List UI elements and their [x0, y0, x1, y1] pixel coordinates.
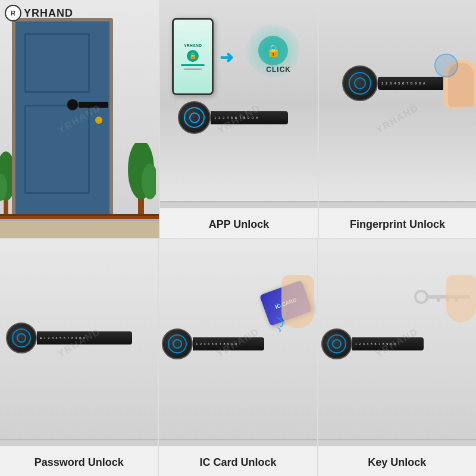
main-container: R YRHAND [0, 0, 476, 476]
app-handle-bar: 1 2 3 4 5 6 7 8 9 0 # [211, 111, 288, 124]
app-unlock-label: APP Unlock [160, 211, 318, 238]
fp-handle-keys: 1 2 3 4 5 6 7 8 9 0 # [381, 82, 425, 85]
pw-handle-keys: ● 1 2 3 4 5 6 7 8 9 0 # [40, 336, 86, 340]
fingerprint-unlock-panel: 1 2 3 4 5 6 7 8 9 0 # YRHAND Fingerprint… [318, 0, 476, 238]
pw-scene: ● 1 2 3 4 5 6 7 8 9 0 # YRHAND [0, 239, 158, 446]
app-lock-handle: 1 2 3 4 5 6 7 8 9 0 # [178, 101, 288, 134]
key-lock-handle: 1 2 3 4 5 6 7 8 9 0 # [321, 328, 424, 359]
ic-lock-handle: 1 2 3 4 5 6 7 8 9 0 # [162, 328, 264, 359]
password-unlock-label: Password Unlock [0, 449, 158, 476]
phone-lock-icon: 🔒 [187, 50, 199, 62]
fp-inner-app [189, 112, 200, 123]
fp-skirting [319, 201, 476, 208]
lock-glow-inner: 🔒 [258, 36, 288, 65]
app-handle-keys: 1 2 3 4 5 6 7 8 9 0 # [214, 116, 258, 120]
pw-lock-handle: ● 1 2 3 4 5 6 7 8 9 0 # [6, 322, 132, 353]
door-frame [12, 18, 113, 220]
door-panel-top [24, 33, 90, 93]
door-background: R YRHAND [0, 0, 159, 238]
phone-device: YRHAND 🔒 [172, 18, 214, 95]
bottom-row: ● 1 2 3 4 5 6 7 8 9 0 # YRHAND Password … [0, 238, 476, 476]
ic-scene: 1 2 3 4 5 6 7 8 9 0 # IC CARD [159, 239, 317, 446]
fingerprint-unlock-label: Fingerprint Unlock [319, 211, 476, 238]
app-unlock-panel: YRHAND 🔒 ➜ 🔒 CLICK [159, 0, 318, 238]
plant-right-icon [126, 143, 156, 220]
key-scene: 1 2 3 4 5 6 7 8 9 0 # YRHAND [318, 239, 476, 446]
click-label: CLICK [266, 65, 291, 74]
door-panel-bottom [24, 105, 90, 194]
hand-holding-card [281, 275, 314, 328]
phone-screen: YRHAND 🔒 [174, 20, 212, 93]
hand-holding-key [446, 275, 476, 322]
arrow-right-icon: ➜ [220, 48, 233, 67]
brand-name: YRHAND [24, 7, 73, 20]
key-handle-keys: 1 2 3 4 5 6 7 8 9 0 # [355, 342, 397, 346]
logo-icon: R [5, 5, 21, 21]
fp-ring-app [184, 107, 205, 128]
app-lock-circle [178, 101, 211, 134]
ic-handle-keys: 1 2 3 4 5 6 7 8 9 0 # [196, 342, 237, 346]
key-unlock-label: Key Unlock [318, 449, 476, 476]
ic-card-unlock-panel: 1 2 3 4 5 6 7 8 9 0 # IC CARD [159, 239, 318, 476]
fp-lock-circle [342, 65, 378, 101]
door-knob [95, 117, 102, 124]
top-row: R YRHAND [0, 0, 476, 238]
brand-logo-area: R YRHAND [5, 5, 73, 21]
key-unlock-panel: 1 2 3 4 5 6 7 8 9 0 # YRHAND Key Unlock [318, 239, 476, 476]
password-unlock-panel: ● 1 2 3 4 5 6 7 8 9 0 # YRHAND Password … [0, 239, 159, 476]
ic-card-unlock-label: IC Card Unlock [159, 449, 317, 476]
finger-press-indicator [434, 54, 458, 77]
logo-door-panel: R YRHAND [0, 0, 159, 238]
